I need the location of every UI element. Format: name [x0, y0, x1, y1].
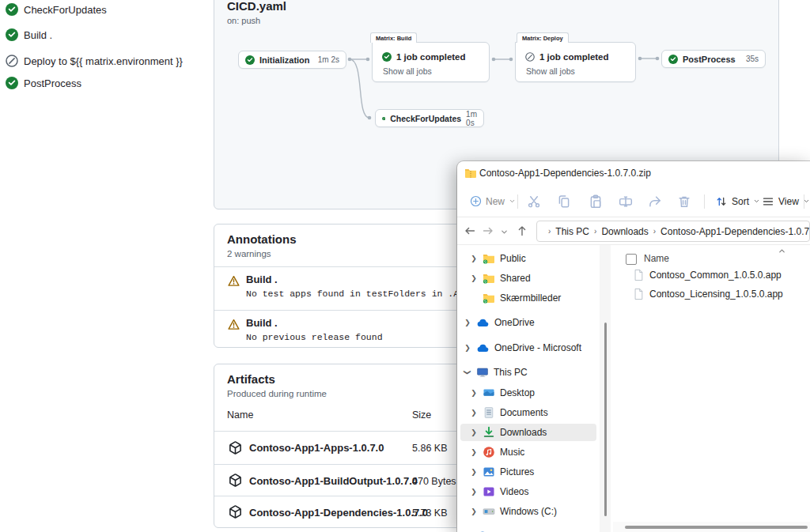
check-circle-icon [382, 114, 385, 123]
hscrollbar-thumb[interactable] [625, 526, 808, 529]
sort-label: Sort [732, 196, 749, 207]
nav-item-public[interactable]: ❯ Public [457, 250, 593, 267]
sort-ascending-icon[interactable] [778, 247, 786, 255]
rename-icon [619, 194, 633, 209]
chevron-right-icon: ❯ [470, 409, 478, 417]
matrix-deploy-status: 1 job completed [539, 52, 609, 62]
nav-item-label: Skærmbilleder [500, 292, 561, 304]
node-checkforupdates[interactable]: CheckForUpdates 1m 0s [375, 109, 484, 127]
nav-item-network-partial[interactable] [457, 528, 593, 532]
sort-icon [715, 195, 728, 208]
sidebar-job-postprocess[interactable]: PostProcess [6, 77, 81, 89]
nav-item-pictures[interactable]: ❯ Pictures [457, 463, 593, 481]
breadcrumb[interactable]: › This PC › Downloads › Contoso-App1-Dep… [536, 221, 810, 242]
artifact-size: 470 Bytes [412, 476, 456, 487]
node-duration: 1m 0s [466, 110, 477, 127]
nav-item-label: Shared [500, 273, 531, 284]
sort-button[interactable]: Sort [712, 191, 763, 211]
new-button[interactable]: New [467, 191, 519, 211]
nav-item-downloads[interactable]: ❯ Downloads [460, 424, 596, 441]
chevron-right-icon: ❯ [464, 344, 471, 352]
delete-button[interactable] [674, 191, 695, 211]
nav-item-documents[interactable]: ❯ Documents [457, 404, 593, 421]
sidebar-job-checkforupdates[interactable]: CheckForUpdates [6, 3, 107, 16]
nav-item-label: OneDrive - Microsoft [494, 342, 581, 353]
artifact-size: 5.86 KB [412, 443, 447, 454]
paste-button[interactable] [585, 191, 606, 211]
up-arrow-icon[interactable] [516, 224, 528, 237]
nav-item-label: Desktop [500, 387, 535, 398]
synced-folder-icon [483, 272, 495, 285]
nav-scrollbar-thumb[interactable] [604, 323, 607, 516]
chevron-right-icon: ❯ [464, 319, 471, 326]
nav-item-music[interactable]: ❯ Music [457, 443, 593, 461]
view-button[interactable]: View [759, 191, 810, 211]
toolbar-separator [517, 194, 518, 209]
copy-button[interactable] [554, 191, 574, 211]
explorer-file-pane: Name Contoso_Common_1.0.5.0.app Contoso_… [613, 245, 810, 522]
sidebar-job-deploy[interactable]: Deploy to ${{ matrix.environment }} [6, 55, 183, 67]
sidebar-job-build[interactable]: Build . [6, 28, 52, 41]
node-matrix-build[interactable]: 1 job completed Show all jobs [372, 42, 490, 82]
file-icon [633, 269, 644, 281]
windows-drive-icon [483, 505, 495, 518]
package-icon [229, 441, 242, 455]
desktop-icon [483, 387, 495, 399]
select-all-checkbox[interactable] [626, 254, 637, 265]
breadcrumb-item[interactable]: Downloads [601, 226, 648, 237]
artifact-size: 5.73 KB [412, 507, 447, 519]
artifact-name: Contoso-App1-Apps-1.0.7.0 [249, 442, 384, 454]
nav-item-label: Windows (C:) [500, 506, 557, 517]
documents-icon [483, 406, 495, 419]
nav-item-windows-c[interactable]: ❯ Windows (C:) [457, 503, 593, 520]
skipped-circle-icon [525, 52, 535, 62]
music-icon [483, 446, 495, 458]
show-all-jobs-link[interactable]: Show all jobs [526, 66, 626, 76]
chevron-right-icon: ❯ [470, 389, 478, 397]
explorer-titlebar[interactable]: Contoso-App1-Dependencies-1.0.7.0.zip [457, 161, 810, 185]
pictures-icon [483, 466, 495, 478]
node-initialization[interactable]: Initialization 1m 2s [238, 51, 346, 69]
file-icon [633, 288, 644, 300]
recent-locations-chevron-icon[interactable] [500, 228, 509, 236]
share-button[interactable] [645, 191, 665, 211]
check-circle-icon [6, 28, 18, 41]
nav-item-desktop[interactable]: ❯ Desktop [457, 384, 593, 402]
trash-icon [677, 194, 691, 209]
nav-item-onedrive-microsoft[interactable]: ❯ OneDrive - Microsoft [457, 339, 593, 357]
new-label: New [486, 196, 505, 207]
rename-button[interactable] [615, 191, 636, 211]
cut-button[interactable] [524, 191, 544, 211]
view-label: View [778, 196, 799, 207]
node-postprocess[interactable]: PostProcess 35s [661, 50, 766, 68]
zip-folder-icon [464, 167, 477, 179]
chevron-right-icon: ❯ [470, 274, 478, 282]
synced-folder-icon [483, 252, 495, 265]
nav-item-shared[interactable]: ❯ Shared [457, 270, 593, 287]
back-arrow-icon[interactable] [464, 224, 476, 237]
nav-item-onedrive[interactable]: ❯ OneDrive [457, 314, 593, 331]
breadcrumb-chevron-icon: › [652, 227, 657, 236]
column-header-size: Size [412, 409, 431, 421]
videos-icon [483, 485, 495, 498]
chevron-down-icon [509, 198, 516, 205]
artifacts-title: Artifacts [227, 372, 275, 386]
nav-item-this-pc[interactable]: ❯ This PC [457, 364, 593, 381]
breadcrumb-item[interactable]: Contoso-App1-Dependencies-1.0.7.0.zip [660, 226, 810, 237]
breadcrumb-item[interactable]: This PC [555, 226, 589, 237]
nav-item-label: Downloads [500, 427, 547, 438]
window-title: Contoso-App1-Dependencies-1.0.7.0.zip [479, 168, 651, 179]
share-icon [648, 194, 662, 209]
column-header-name: Name [227, 409, 253, 421]
explorer-address-bar: › This PC › Downloads › Contoso-App1-Dep… [457, 217, 810, 245]
nav-item-skaermbilleder[interactable]: Skærmbilleder [457, 289, 593, 307]
forward-arrow-icon[interactable] [482, 224, 494, 237]
package-icon [229, 474, 242, 487]
file-column-header-name[interactable]: Name [644, 253, 669, 264]
show-all-jobs-link[interactable]: Show all jobs [383, 66, 479, 76]
explorer-command-bar: New So [457, 185, 810, 217]
node-matrix-deploy[interactable]: 1 job completed Show all jobs [515, 42, 636, 82]
nav-item-videos[interactable]: ❯ Videos [457, 483, 593, 500]
chevron-down-icon: ❯ [464, 368, 471, 376]
job-label: PostProcess [24, 77, 81, 89]
